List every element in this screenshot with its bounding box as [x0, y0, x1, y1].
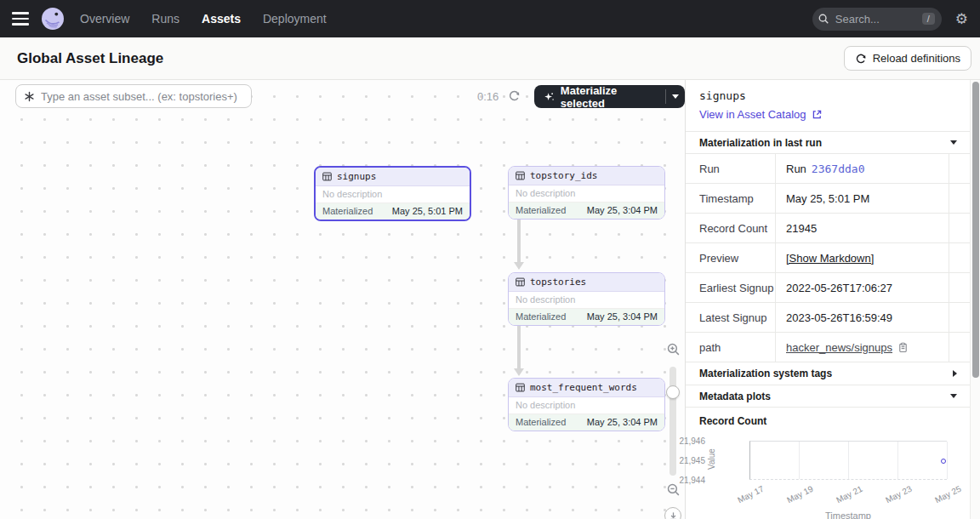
x-axis-label: Timestamp — [749, 510, 947, 519]
panel-scrollbar[interactable] — [970, 80, 980, 519]
page-header: Global Asset Lineage Reload definitions — [0, 37, 980, 80]
chevron-down-icon — [950, 394, 957, 398]
y-tick: 21,945 — [654, 456, 705, 465]
section-materialization-system-tags[interactable]: Materialization system tags — [686, 362, 971, 385]
section-metadata-plots[interactable]: Metadata plots — [686, 385, 971, 407]
table-row-run: Run Run2367dda0 — [686, 154, 971, 184]
table-row-latest-signup: Latest Signup 2023-05-26T16:59:49 — [686, 303, 971, 333]
metadata-table: Run Run2367dda0 Timestamp May 25, 5:01 P… — [686, 153, 971, 362]
reload-definitions-button[interactable]: Reload definitions — [844, 46, 971, 71]
search-placeholder: Search... — [835, 13, 916, 26]
top-nav: Overview Runs Assets Deployment Search..… — [0, 0, 980, 37]
refresh-icon[interactable] — [508, 89, 521, 106]
x-tick: May 17 — [723, 484, 766, 512]
search-icon — [818, 13, 829, 25]
data-point[interactable] — [941, 459, 946, 464]
x-tick: May 25 — [920, 484, 963, 512]
asset-node-timestamp: May 25, 3:04 PM — [587, 417, 658, 427]
asset-wildcard-icon — [23, 90, 36, 103]
materialize-split-button: Materialize selected — [534, 85, 685, 108]
edge-topstory_ids-topstories — [517, 219, 521, 262]
asset-title: signups — [699, 89, 957, 102]
asset-node-timestamp: May 25, 3:04 PM — [587, 205, 658, 215]
materialize-options-caret[interactable] — [666, 85, 685, 108]
asset-node-name: most_frequent_words — [530, 382, 637, 393]
download-graph-button[interactable] — [664, 507, 681, 519]
chevron-right-icon — [953, 370, 957, 377]
y-tick: 21,946 — [654, 436, 705, 446]
asset-graph-canvas[interactable]: 0:16 Materialize selected s — [0, 80, 685, 519]
page-title: Global Asset Lineage — [17, 50, 163, 67]
asset-node-name: signups — [337, 171, 376, 182]
nav-item-runs[interactable]: Runs — [151, 12, 179, 26]
x-tick: May 23 — [871, 484, 914, 512]
search-shortcut-badge: / — [922, 13, 935, 25]
chevron-down-icon — [950, 140, 957, 145]
section-materialization-last-run[interactable]: Materialization in last run — [686, 131, 971, 153]
x-tick: May 21 — [822, 484, 864, 512]
asset-filter-input[interactable] — [41, 90, 244, 103]
table-row-preview: Preview [Show Markdown] — [686, 243, 971, 273]
asset-node-status: Materialized — [516, 205, 566, 215]
asset-node-name: topstories — [530, 277, 586, 288]
zoom-slider-handle[interactable] — [666, 385, 680, 399]
chevron-down-icon — [672, 94, 679, 99]
asset-node-description: No description — [316, 186, 470, 203]
global-search[interactable]: Search... / — [812, 8, 942, 31]
asset-node-status: Materialized — [516, 311, 566, 322]
materialize-sparkle-icon — [544, 91, 555, 103]
asset-filter-field[interactable] — [15, 84, 252, 108]
asset-node-topstories[interactable]: topstories No description MaterializedMa… — [508, 272, 665, 326]
asset-node-most_frequent_words[interactable]: most_frequent_words No description Mater… — [508, 378, 665, 431]
path-link[interactable]: hacker_news/signups — [786, 341, 892, 354]
external-link-icon — [812, 109, 823, 120]
nav-item-overview[interactable]: Overview — [80, 12, 129, 26]
table-row-path: path hacker_news/signups — [686, 333, 971, 362]
plot-area — [749, 441, 947, 480]
hamburger-menu-icon[interactable] — [12, 12, 29, 26]
asset-node-status: Materialized — [322, 206, 373, 216]
asset-node-description: No description — [509, 397, 664, 414]
dagster-logo-icon[interactable] — [41, 7, 65, 31]
table-icon — [516, 171, 525, 180]
nav-links: Overview Runs Assets Deployment — [80, 12, 327, 26]
scrollbar-thumb[interactable] — [972, 82, 979, 378]
y-tick: 21,944 — [654, 476, 705, 485]
table-row-timestamp: Timestamp May 25, 5:01 PM — [686, 184, 971, 214]
edge-topstories-most_frequent_words — [517, 325, 521, 368]
zoom-controls — [663, 342, 683, 519]
x-tick: May 19 — [772, 484, 815, 512]
poll-timer: 0:16 — [477, 90, 499, 103]
table-icon — [322, 172, 332, 181]
view-in-asset-catalog-link[interactable]: View in Asset Catalog — [699, 108, 957, 121]
run-id-link[interactable]: 2367dda0 — [812, 163, 865, 175]
nav-item-assets[interactable]: Assets — [202, 12, 241, 26]
plot-title: Record Count — [699, 415, 957, 427]
table-icon — [516, 277, 525, 287]
record-count-chart: Value 21,946 21,945 21,944 May 17 May 19… — [699, 429, 957, 519]
table-row-record-count: Record Count 21945 — [686, 214, 971, 243]
reload-icon — [855, 53, 867, 65]
gear-icon[interactable]: ⚙ — [955, 12, 968, 26]
asset-node-description: No description — [509, 292, 664, 309]
asset-node-timestamp: May 25, 3:04 PM — [587, 311, 658, 322]
table-icon — [516, 383, 525, 392]
table-row-earliest-signup: Earliest Signup 2022-05-26T17:06:27 — [686, 273, 971, 303]
asset-details-panel: signups View in Asset Catalog Materializ… — [685, 80, 980, 519]
materialize-selected-button[interactable]: Materialize selected — [534, 85, 665, 108]
asset-node-description: No description — [509, 185, 664, 202]
download-icon — [669, 511, 678, 519]
asset-node-timestamp: May 25, 5:01 PM — [392, 206, 463, 216]
asset-node-signups[interactable]: signups No description MaterializedMay 2… — [314, 166, 471, 221]
zoom-out-icon[interactable] — [666, 482, 681, 500]
copy-icon[interactable] — [897, 342, 909, 353]
y-axis-label: Value — [707, 434, 716, 485]
zoom-in-icon[interactable] — [666, 342, 681, 360]
asset-node-status: Materialized — [516, 417, 566, 427]
show-markdown-link[interactable]: [Show Markdown] — [786, 252, 874, 265]
asset-node-topstory_ids[interactable]: topstory_ids No description Materialized… — [508, 166, 665, 220]
asset-node-name: topstory_ids — [530, 170, 597, 181]
nav-item-deployment[interactable]: Deployment — [263, 12, 327, 26]
